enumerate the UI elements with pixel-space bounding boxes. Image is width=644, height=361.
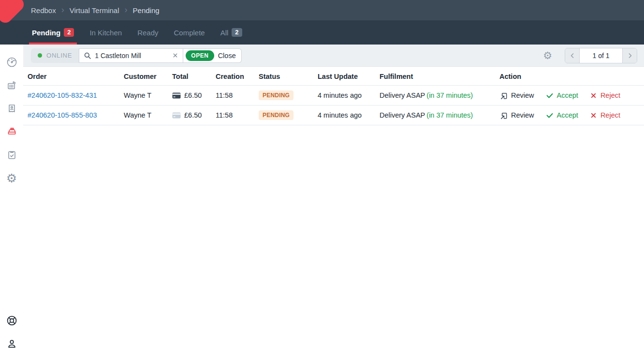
tab-pending[interactable]: Pending 2 [29, 20, 77, 45]
search-input[interactable] [95, 52, 168, 60]
main-content: ONLINE OPEN [23, 45, 644, 361]
fulfilment-eta: (in 37 minutes) [426, 111, 473, 119]
payment-card-icon [172, 92, 181, 99]
sidebar-item-venue[interactable] [0, 74, 23, 97]
column-total: Total [168, 67, 212, 86]
lifebuoy-icon [6, 315, 18, 327]
next-page-button[interactable] [623, 48, 637, 63]
column-status: Status [255, 67, 314, 86]
store-search [79, 48, 183, 63]
tab-ready-label: Ready [137, 29, 158, 37]
chevron-left-icon [569, 52, 576, 59]
store-search-group: ONLINE OPEN [31, 48, 242, 63]
reject-button[interactable]: Reject [590, 111, 620, 119]
chevron-right-icon: › [125, 5, 128, 15]
check-icon [546, 91, 554, 99]
sidebar-item-dashboard[interactable] [0, 50, 23, 74]
gauge-icon [6, 56, 18, 68]
order-total: £6.50 [184, 91, 202, 99]
fulfilment-type: Delivery ASAP [380, 91, 425, 99]
sidebar-item-account[interactable] [0, 332, 23, 355]
column-fulfilment: Fulfilment [376, 67, 496, 86]
breadcrumb-redbox[interactable]: Redbox [31, 6, 56, 15]
building-icon [6, 79, 18, 91]
tab-in-kitchen[interactable]: In Kitchen [87, 20, 125, 45]
creation-time: 11:58 [212, 105, 255, 125]
online-status: ONLINE [31, 48, 79, 63]
last-update: 4 minutes ago [314, 105, 376, 125]
order-row: #240620-105-855-803 Wayne T £6.50 [23, 105, 644, 125]
column-action: Action [496, 67, 644, 86]
sidebar-item-help[interactable] [0, 309, 23, 332]
accept-button[interactable]: Accept [546, 91, 578, 99]
cash-register-icon [6, 126, 18, 138]
order-status-tabs: Pending 2 In Kitchen Ready Complete All … [0, 20, 644, 45]
tab-all-label: All [220, 29, 229, 37]
order-row: #240620-105-832-431 Wayne T £6.50 [23, 86, 644, 105]
sidebar-item-virtual-terminal[interactable] [0, 120, 23, 143]
last-update: 4 minutes ago [314, 86, 376, 105]
review-document-icon [499, 91, 508, 100]
tab-ready[interactable]: Ready [134, 20, 161, 45]
open-status-badge: OPEN [186, 50, 214, 61]
table-settings-gear-icon[interactable]: ⚙ [543, 50, 552, 60]
page-indicator: 1 of 1 [579, 48, 623, 63]
review-document-icon [499, 111, 508, 120]
x-icon [590, 92, 597, 99]
column-creation: Creation [212, 67, 255, 86]
status-badge: PENDING [259, 90, 293, 100]
reject-label: Reject [600, 111, 620, 119]
column-customer: Customer [120, 67, 168, 86]
reject-label: Reject [600, 91, 620, 99]
store-open-close-button[interactable]: OPEN Close [183, 48, 242, 63]
tab-complete[interactable]: Complete [171, 20, 207, 45]
breadcrumb-pending: Pending [133, 6, 160, 15]
customer-name: Wayne T [120, 105, 168, 125]
check-icon [546, 111, 554, 119]
column-last-update: Last Update [314, 67, 376, 86]
payment-card-icon [172, 112, 181, 119]
pagination: 1 of 1 [565, 48, 637, 63]
prev-page-button[interactable] [565, 48, 579, 63]
clear-search-icon[interactable] [172, 52, 179, 59]
tab-all[interactable]: All 2 [218, 20, 245, 45]
gear-icon: ⚙ [6, 172, 17, 184]
column-order: Order [23, 67, 120, 86]
clipboard-check-icon [6, 149, 18, 161]
orders-table: Order Customer Total Creation Status Las… [23, 67, 644, 125]
x-icon [590, 112, 597, 119]
review-button[interactable]: Review [499, 111, 534, 120]
accept-label: Accept [557, 111, 578, 119]
review-button[interactable]: Review [499, 91, 534, 100]
online-label: ONLINE [46, 52, 72, 59]
nav-sidebar: ⚙ [0, 45, 23, 361]
order-total: £6.50 [184, 111, 202, 119]
accept-button[interactable]: Accept [546, 111, 578, 119]
sidebar-item-reports[interactable] [0, 143, 23, 166]
user-icon [6, 338, 18, 350]
order-link[interactable]: #240620-105-832-431 [28, 91, 97, 99]
creation-time: 11:58 [212, 86, 255, 105]
sidebar-item-settings[interactable]: ⚙ [0, 166, 23, 190]
tab-pending-label: Pending [32, 29, 60, 37]
breadcrumb-virtual-terminal[interactable]: Virtual Terminal [70, 6, 119, 15]
sidebar-item-orders[interactable] [0, 97, 23, 120]
tab-complete-label: Complete [174, 29, 205, 37]
tab-in-kitchen-label: In Kitchen [89, 29, 122, 37]
chevron-right-icon: › [61, 5, 64, 15]
table-header-row: Order Customer Total Creation Status Las… [23, 67, 644, 86]
toolbar-right: ⚙ 1 of 1 [543, 48, 637, 63]
chevron-right-icon [627, 52, 633, 59]
top-header: Redbox › Virtual Terminal › Pending [0, 0, 644, 20]
receipt-icon [6, 103, 18, 115]
reject-button[interactable]: Reject [590, 91, 620, 99]
close-store-label: Close [218, 52, 236, 60]
online-dot-icon [38, 53, 42, 58]
search-icon [84, 52, 91, 60]
order-link[interactable]: #240620-105-855-803 [28, 111, 97, 119]
toolbar: ONLINE OPEN [23, 45, 644, 67]
review-label: Review [511, 111, 534, 119]
accept-label: Accept [557, 91, 578, 99]
status-badge: PENDING [259, 110, 293, 120]
fulfilment-eta: (in 37 minutes) [426, 91, 473, 99]
